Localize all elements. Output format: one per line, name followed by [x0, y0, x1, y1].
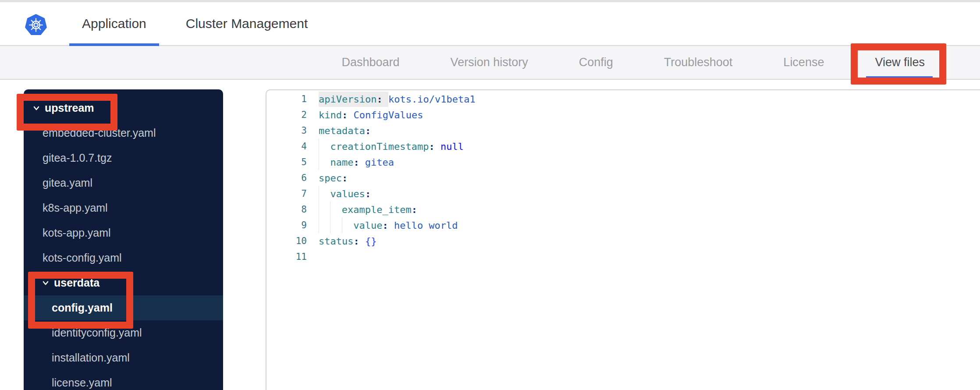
code-token-key: example_item [342, 204, 412, 215]
code-token-plain [383, 92, 388, 107]
code-line: 10status: {} [266, 233, 980, 249]
code-token-kw: null [435, 141, 464, 152]
subnav-item-label: Dashboard [342, 56, 400, 69]
active-subnav-underline [866, 76, 933, 79]
tab-cluster-management[interactable]: Cluster Management [186, 2, 308, 45]
code-token-colon: : [353, 157, 359, 168]
code-token-key: spec [319, 173, 342, 184]
chevron-down-icon [41, 279, 50, 287]
tree-file-label: identityconfig.yaml [52, 326, 142, 339]
code-token-colon: : [342, 110, 348, 121]
indent-guide [319, 202, 330, 217]
tree-folder-upstream[interactable]: upstream [24, 96, 223, 121]
code-token-colon: : [365, 188, 371, 199]
code-line-content: value: hello world [319, 217, 458, 233]
app-header: ApplicationCluster Management [0, 2, 980, 46]
code-token-value: kots.io/v1beta1 [388, 94, 476, 105]
tree-file-label: license.yaml [52, 376, 112, 389]
code-token-colon: : [429, 141, 435, 152]
line-number: 1 [266, 94, 307, 104]
tree-file-label: k8s-app.yaml [43, 202, 108, 214]
tree-file-label: gitea-1.0.7.tgz [43, 152, 112, 164]
code-token-colon: : [353, 236, 359, 247]
code-line: 9value: hello world [266, 217, 980, 233]
line-number: 4 [266, 141, 307, 152]
tree-file-embedded-cluster-yaml[interactable]: embedded-cluster.yaml [24, 121, 223, 145]
tree-file-label: kots-app.yaml [43, 227, 111, 239]
tree-folder-label: userdata [54, 277, 99, 289]
line-number: 7 [266, 188, 307, 199]
tree-file-identityconfig-yaml[interactable]: identityconfig.yaml [24, 320, 223, 345]
indent-guide [319, 186, 330, 202]
indent-guide [319, 154, 330, 170]
code-token-colon: : [342, 173, 348, 184]
subnav-item-label: Troubleshoot [664, 56, 733, 69]
line-number: 8 [266, 204, 307, 215]
tree-file-kots-config-yaml[interactable]: kots-config.yaml [24, 245, 223, 270]
subnav-item-license[interactable]: License [783, 46, 824, 79]
tab-label: Cluster Management [186, 16, 308, 31]
line-number: 11 [266, 252, 307, 262]
code-line: 4creationTimestamp: null [266, 138, 980, 154]
tree-file-gitea-yaml[interactable]: gitea.yaml [24, 170, 223, 195]
code-line: 11 [266, 249, 980, 265]
tree-file-label: installation.yaml [52, 351, 130, 364]
tree-file-label: config.yaml [52, 301, 113, 314]
line-number: 5 [266, 157, 307, 167]
code-token-key: value [353, 220, 382, 231]
code-token-colon: : [382, 220, 388, 231]
tree-file-license-yaml[interactable]: license.yaml [24, 370, 223, 390]
tree-file-label: kots-config.yaml [43, 252, 122, 264]
kots-admin-console: ApplicationCluster Management DashboardV… [0, 0, 980, 390]
subnav-item-troubleshoot[interactable]: Troubleshoot [664, 46, 733, 79]
tree-folder-label: upstream [45, 102, 94, 114]
subnav-item-view-files[interactable]: View files [875, 46, 925, 79]
code-token-key: creationTimestamp [330, 141, 429, 152]
subnav-item-version-history[interactable]: Version history [451, 46, 528, 79]
code-token-bracket: {} [359, 236, 377, 247]
code-token-key: status [319, 236, 353, 247]
code-line: 1apiVersion: kots.io/v1beta1 [266, 91, 980, 107]
tree-file-config-yaml[interactable]: config.yaml [24, 295, 223, 320]
code-line: 8example_item: [266, 202, 980, 217]
tab-label: Application [82, 16, 146, 31]
code-line-content: values: [319, 186, 371, 202]
code-line-content: apiVersion: kots.io/v1beta1 [319, 91, 476, 107]
subnav-item-label: Config [579, 56, 613, 69]
line-number: 2 [266, 110, 307, 120]
indent-guide [342, 217, 353, 233]
subnav-item-dashboard[interactable]: Dashboard [342, 46, 400, 79]
subnav-item-label: View files [875, 56, 925, 69]
tree-file-kots-app-yaml[interactable]: kots-app.yaml [24, 220, 223, 245]
code-token-colon: : [376, 92, 382, 107]
code-token-value: gitea [359, 157, 394, 168]
kubernetes-logo [25, 14, 47, 36]
code-line-content: status: {} [319, 233, 376, 249]
code-token-key: kind [319, 110, 342, 121]
code-token-colon: : [365, 125, 371, 136]
line-number: 6 [266, 173, 307, 183]
tree-file-label: embedded-cluster.yaml [43, 127, 156, 139]
code-editor[interactable]: 1apiVersion: kots.io/v1beta12kind: Confi… [266, 89, 980, 390]
code-line-content: kind: ConfigValues [319, 107, 423, 123]
tree-file-k8s-app-yaml[interactable]: k8s-app.yaml [24, 195, 223, 220]
tree-folder-userdata[interactable]: userdata [24, 270, 223, 295]
indent-guide [319, 138, 330, 154]
code-line: 7values: [266, 186, 980, 202]
code-line: 6spec: [266, 170, 980, 186]
tree-file-installation-yaml[interactable]: installation.yaml [24, 345, 223, 370]
tree-file-gitea-1-0-7-tgz[interactable]: gitea-1.0.7.tgz [24, 145, 223, 170]
subnav-item-config[interactable]: Config [579, 46, 613, 79]
code-line: 3metadata: [266, 123, 980, 138]
code-line-content: spec: [319, 170, 348, 186]
tab-application[interactable]: Application [69, 2, 159, 45]
line-number: 9 [266, 220, 307, 230]
subnav-item-label: License [783, 56, 824, 69]
subnav: DashboardVersion historyConfigTroublesho… [0, 46, 980, 80]
indent-guide [330, 217, 341, 233]
code-token-key: name [330, 157, 353, 168]
code-line: 5name: gitea [266, 154, 980, 170]
tree-file-label: gitea.yaml [43, 177, 92, 189]
code-token-key: apiVersion [319, 92, 376, 107]
code-line-content: name: gitea [319, 154, 394, 170]
